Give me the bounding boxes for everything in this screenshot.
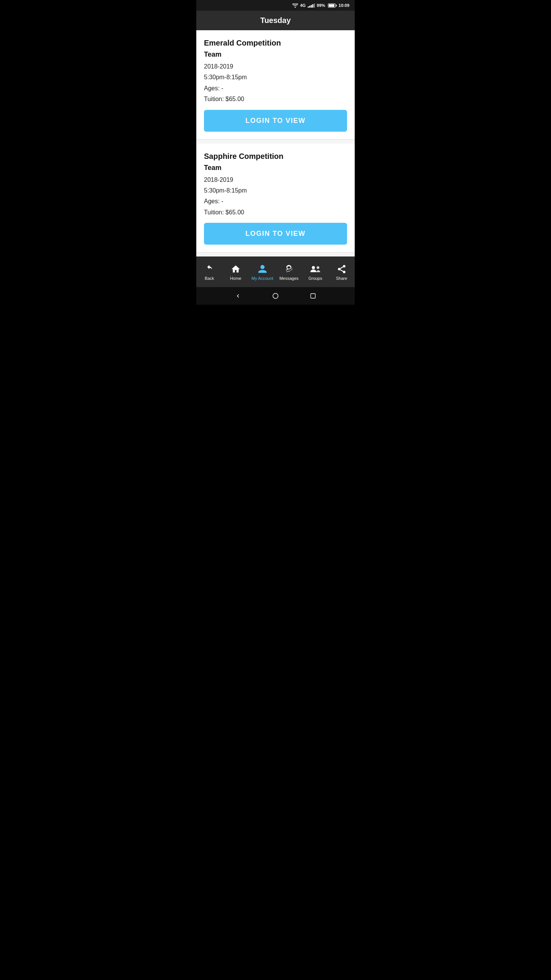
nav-myaccount[interactable]: My Account xyxy=(251,264,273,281)
emerald-tuition: Tuition: $65.00 xyxy=(204,95,347,103)
android-home-button[interactable] xyxy=(271,292,280,300)
sapphire-ages: Ages: - xyxy=(204,197,347,206)
sapphire-subtitle: Team xyxy=(204,164,347,172)
home-icon xyxy=(230,264,241,274)
main-content: Emerald Competition Team 2018-2019 5:30p… xyxy=(196,30,355,256)
emerald-subtitle: Team xyxy=(204,51,347,59)
svg-line-6 xyxy=(340,267,343,268)
nav-messages[interactable]: Messages xyxy=(279,264,300,281)
emerald-time: 5:30pm-8:15pm xyxy=(204,73,347,82)
battery-icon xyxy=(328,3,337,8)
sapphire-login-button[interactable]: LOGIN TO VIEW xyxy=(204,223,347,245)
svg-point-4 xyxy=(343,271,346,273)
nav-share-label: Share xyxy=(336,276,347,281)
nav-groups[interactable]: Groups xyxy=(305,264,326,281)
emerald-ages: Ages: - xyxy=(204,84,347,93)
emerald-year: 2018-2019 xyxy=(204,62,347,71)
nav-groups-label: Groups xyxy=(308,276,322,281)
back-icon xyxy=(204,264,215,274)
signal-icon xyxy=(308,3,315,8)
myaccount-icon xyxy=(257,264,268,274)
android-recents-button[interactable] xyxy=(309,292,317,300)
nav-messages-label: Messages xyxy=(279,276,298,281)
svg-point-3 xyxy=(338,268,341,271)
nav-share[interactable]: Share xyxy=(331,264,352,281)
clock: 10:09 xyxy=(339,3,349,8)
groups-icon xyxy=(310,264,321,274)
sapphire-time: 5:30pm-8:15pm xyxy=(204,186,347,195)
android-back-button[interactable] xyxy=(234,292,242,300)
emerald-title: Emerald Competition xyxy=(204,39,347,47)
nav-back[interactable]: Back xyxy=(199,264,220,281)
svg-point-1 xyxy=(316,266,319,269)
svg-point-7 xyxy=(273,293,278,299)
share-icon xyxy=(336,264,347,274)
nav-home[interactable]: Home xyxy=(225,264,246,281)
svg-point-0 xyxy=(312,266,315,269)
svg-line-5 xyxy=(340,270,343,271)
bottom-nav: Back Home My Account Messages xyxy=(196,256,355,287)
battery-percent: 99% xyxy=(317,3,325,8)
sapphire-card: Sapphire Competition Team 2018-2019 5:30… xyxy=(196,144,355,253)
messages-icon xyxy=(284,264,294,274)
sapphire-year: 2018-2019 xyxy=(204,176,347,184)
wifi-icon xyxy=(292,3,298,8)
nav-myaccount-label: My Account xyxy=(251,276,273,281)
status-bar: 4G 99% 10:09 xyxy=(196,0,355,11)
svg-point-2 xyxy=(343,265,346,268)
nav-back-label: Back xyxy=(205,276,214,281)
emerald-card: Emerald Competition Team 2018-2019 5:30p… xyxy=(196,30,355,140)
android-nav-bar xyxy=(196,287,355,305)
sapphire-title: Sapphire Competition xyxy=(204,152,347,161)
page-title: Tuesday xyxy=(260,16,291,24)
page-header: Tuesday xyxy=(196,11,355,30)
nav-home-label: Home xyxy=(230,276,241,281)
svg-rect-8 xyxy=(311,294,315,298)
emerald-login-button[interactable]: LOGIN TO VIEW xyxy=(204,110,347,132)
network-type: 4G xyxy=(300,3,306,8)
sapphire-tuition: Tuition: $65.00 xyxy=(204,208,347,217)
